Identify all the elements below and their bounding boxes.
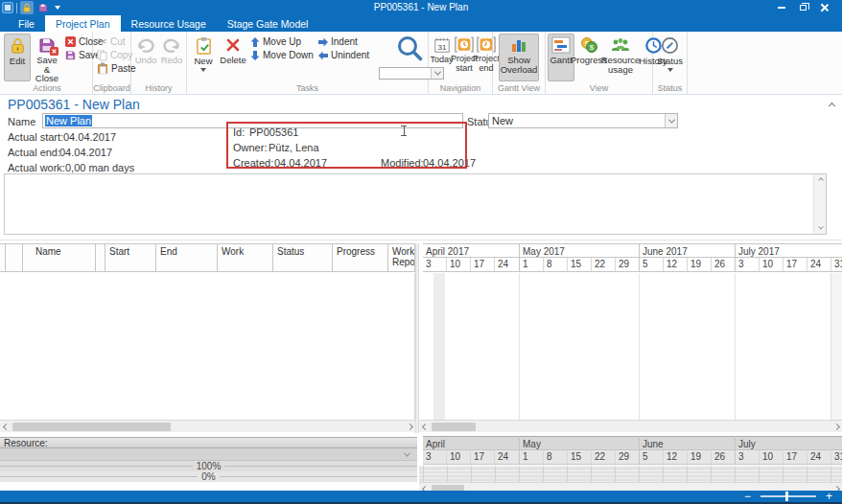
minimize-icon: [778, 7, 785, 9]
close-button[interactable]: [819, 3, 829, 12]
show-overload-button[interactable]: Show Overload: [499, 34, 539, 81]
tab-stage-gate-model[interactable]: Stage Gate Model: [217, 15, 319, 32]
column-header-status[interactable]: Status: [273, 244, 333, 271]
move-down-button[interactable]: Move Down: [248, 49, 316, 61]
move-up-button[interactable]: Move Up: [248, 35, 316, 48]
scrollbar-thumb[interactable]: [432, 423, 476, 431]
gantt-week-label: 1: [520, 258, 544, 271]
qat-edit-button[interactable]: [20, 1, 34, 14]
scroll-down-button[interactable]: [814, 222, 827, 234]
column-header-end[interactable]: End: [156, 244, 218, 271]
gantt-week-label: 10: [760, 258, 784, 271]
zoom-in-button[interactable]: +: [824, 491, 834, 502]
gantt-hscrollbar[interactable]: [419, 420, 842, 432]
tab-file[interactable]: File: [8, 15, 45, 32]
qat-customize-dropdown[interactable]: [53, 1, 62, 14]
resource-usage-view-label: Resource usage: [601, 56, 641, 74]
resource-week-label: 1: [520, 450, 544, 464]
minimize-button[interactable]: [777, 3, 786, 12]
gantt-month-label: April 2017: [423, 243, 519, 258]
zoom-slider-thumb[interactable]: [785, 492, 788, 501]
collapse-panel-button[interactable]: [830, 99, 834, 110]
gantt-week-label: 19: [688, 258, 712, 271]
delete-task-button[interactable]: Delete: [219, 34, 247, 81]
scrollbar-thumb[interactable]: [12, 423, 171, 431]
gantt-view-label: Gantt: [550, 56, 572, 65]
gantt-week-label: 3: [736, 258, 760, 271]
scroll-up-button[interactable]: [814, 174, 827, 186]
redo-button[interactable]: Redo: [159, 34, 184, 81]
resource-month: July310172431: [735, 436, 842, 465]
chevron-right-icon: [406, 424, 412, 430]
scroll-left-button[interactable]: [419, 421, 431, 433]
gantt-month-label: June 2017: [640, 243, 735, 258]
tab-project-plan[interactable]: Project Plan: [45, 15, 121, 32]
resource-week-label: 3: [736, 450, 760, 464]
paste-icon: [97, 62, 108, 75]
task-grid-pane: NameStartEndWorkStatusProgressWork Repor…: [0, 243, 415, 434]
gantt-month: May 201718152229: [519, 243, 639, 272]
ribbon-group-clipboard: ✂ Cut Copy Paste Clipboard: [93, 32, 131, 94]
scroll-right-button[interactable]: [404, 421, 415, 433]
description-textarea[interactable]: [4, 173, 827, 235]
column-header-name[interactable]: Name: [23, 244, 96, 271]
group-label-view: View: [546, 83, 652, 93]
column-header-progress[interactable]: Progress: [333, 244, 388, 271]
task-filter-input[interactable]: [380, 68, 431, 79]
modified-value: 04.04.2017: [423, 157, 476, 169]
week-gridline: [495, 466, 496, 482]
column-header-start[interactable]: Start: [105, 244, 156, 271]
scroll-left-button[interactable]: [0, 421, 12, 433]
column-header-blank-0[interactable]: [6, 244, 23, 271]
indent-label: Indent: [331, 36, 358, 47]
status-button[interactable]: Status: [656, 34, 685, 81]
resource-month-label: May: [520, 436, 639, 450]
resource-week-label: 15: [568, 450, 592, 464]
gantt-week-label: 26: [712, 258, 736, 271]
new-task-button[interactable]: New: [189, 34, 218, 81]
group-label-status: Status: [653, 83, 687, 93]
zoom-out-button[interactable]: −: [742, 491, 753, 502]
project-start-button[interactable]: Project start: [454, 34, 475, 81]
resource-month: May18152229: [519, 436, 639, 465]
indent-button[interactable]: Indent: [316, 35, 376, 48]
status-dropdown[interactable]: New: [488, 113, 678, 128]
zoom-slider[interactable]: [760, 495, 816, 497]
restore-button[interactable]: [798, 3, 807, 12]
scroll-right-button[interactable]: [830, 421, 842, 433]
gantt-vertical-scrollbar[interactable]: [830, 273, 842, 420]
tab-resource-usage[interactable]: Resource Usage: [121, 15, 217, 32]
resource-row[interactable]: [0, 448, 417, 461]
progress-view-button[interactable]: $$ Progress: [575, 34, 602, 81]
lock-icon: [9, 36, 27, 55]
resource-usage-view-button[interactable]: Resource usage: [603, 34, 638, 81]
actual-work-label: Actual work:: [8, 162, 65, 173]
edit-button[interactable]: Edit: [4, 34, 31, 81]
close-red-icon: [65, 36, 76, 47]
group-label-clipboard: Clipboard: [93, 83, 130, 93]
column-header-work[interactable]: Work: [218, 244, 273, 271]
unindent-button[interactable]: Unindent: [316, 49, 376, 61]
gantt-pane: April 20173101724May 201718152229June 20…: [419, 243, 842, 434]
task-grid-hscrollbar[interactable]: [0, 420, 415, 432]
qat-save-button[interactable]: [36, 1, 50, 14]
description-vertical-scrollbar[interactable]: [813, 174, 826, 234]
column-header-work-reported[interactable]: Work Reported: [388, 244, 415, 271]
status-dropdown-button[interactable]: [665, 114, 677, 127]
resource-section-header[interactable]: Resource:: [0, 437, 417, 448]
ribbon-group-gantt-view: Show Overload Gantt View: [493, 32, 546, 94]
task-grid-body: [0, 273, 415, 420]
today-button[interactable]: 31 Today: [431, 34, 453, 81]
resource-right-pane: April3101724May18152229June5121926July31…: [419, 433, 842, 491]
column-header-blank-2[interactable]: [96, 244, 105, 271]
gantt-week-label: 29: [616, 258, 640, 271]
gantt-week-label: 8: [544, 258, 568, 271]
save-and-close-button[interactable]: Save & Close: [32, 34, 62, 81]
status-button-label: Status: [657, 57, 683, 66]
undo-button[interactable]: Undo: [133, 34, 158, 81]
copy-icon: [97, 50, 107, 61]
ribbon-group-navigation: 31 Today Project start Project end Navig…: [429, 32, 493, 94]
arrow-left-icon: [318, 51, 328, 60]
resource-week-label: 10: [760, 450, 784, 464]
arrow-down-icon: [250, 51, 260, 60]
